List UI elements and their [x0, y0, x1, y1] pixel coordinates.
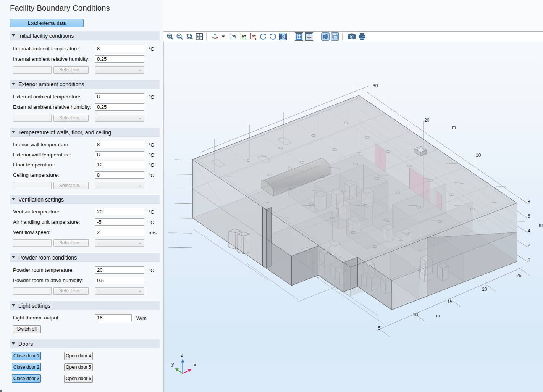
svg-text:20: 20 [424, 118, 430, 123]
svg-text:6: 6 [528, 213, 530, 219]
svg-text:25: 25 [516, 273, 522, 278]
svg-text:m: m [539, 223, 543, 228]
svg-text:20: 20 [482, 287, 487, 292]
svg-text:8: 8 [528, 199, 530, 204]
svg-text:xy: xy [232, 34, 236, 38]
svg-text:15: 15 [447, 299, 452, 305]
svg-text:m: m [436, 313, 440, 318]
svg-text:xz: xz [252, 34, 256, 38]
svg-text:yz: yz [242, 34, 246, 38]
svg-text:x: x [194, 362, 196, 368]
svg-text:10: 10 [413, 312, 418, 318]
svg-text:m: m [452, 125, 456, 130]
svg-text:y: y [171, 361, 174, 367]
svg-text:30: 30 [373, 83, 378, 89]
svg-text:4: 4 [528, 228, 530, 234]
svg-text:0: 0 [528, 257, 530, 263]
svg-text:5: 5 [378, 326, 381, 331]
svg-text:z: z [181, 352, 184, 358]
svg-text:10: 10 [476, 153, 481, 158]
svg-text:2: 2 [528, 243, 530, 248]
